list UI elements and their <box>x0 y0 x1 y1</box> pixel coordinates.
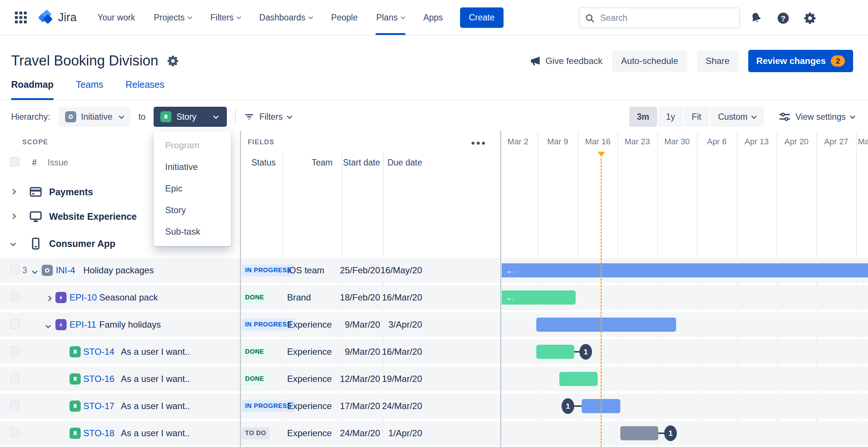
settings-gear-icon[interactable] <box>803 12 817 26</box>
start-date-column-header[interactable]: Start date <box>341 158 380 168</box>
nav-item-plans[interactable]: Plans <box>376 0 405 35</box>
row-checkbox[interactable] <box>10 346 20 356</box>
nav-item-filters[interactable]: Filters <box>210 0 241 35</box>
more-options-icon[interactable] <box>472 142 485 145</box>
notifications-bell-icon[interactable] <box>750 12 762 26</box>
status-column-header[interactable]: Status <box>251 158 276 168</box>
row-checkbox[interactable] <box>10 373 20 383</box>
issue-key-link[interactable]: EPI-11 <box>70 312 96 337</box>
tab-releases[interactable]: Releases <box>126 79 164 100</box>
issue-summary[interactable]: Seasonal pack <box>99 285 158 310</box>
fields-timeline-divider[interactable] <box>500 131 501 447</box>
row-checkbox[interactable] <box>10 428 20 437</box>
issue-row-epi10[interactable]: EPI-10 Seasonal pack DONE Brand 18/Feb/2… <box>0 285 868 310</box>
dependency-badge[interactable]: 1 <box>579 344 592 360</box>
auto-schedule-button[interactable]: Auto-schedule <box>612 50 687 72</box>
scope-fields-divider[interactable] <box>240 131 241 447</box>
chevron-down-icon[interactable] <box>45 323 51 329</box>
zoom-3m-button[interactable]: 3m <box>629 107 657 127</box>
review-changes-button[interactable]: Review changes 2 <box>748 50 853 72</box>
row-checkbox[interactable] <box>10 401 20 410</box>
due-date-cell[interactable]: 24/Mar/20 <box>366 394 422 418</box>
issue-summary[interactable]: As a user I want.. <box>121 340 190 364</box>
issue-row-ini4[interactable]: 3 INI-4 Holiday packages IN PROGRESS iOS… <box>0 258 868 283</box>
issue-summary[interactable]: As a user I want.. <box>121 394 190 418</box>
row-checkbox[interactable] <box>10 319 20 329</box>
issue-key-link[interactable]: STO-17 <box>83 394 115 418</box>
issue-summary[interactable]: Holiday packages <box>83 258 154 283</box>
nav-item-people[interactable]: People <box>331 0 358 35</box>
team-cell[interactable]: iOS team <box>287 258 324 283</box>
issue-row-sto14[interactable]: STO-14 As a user I want.. DONE Experienc… <box>0 340 868 364</box>
share-button[interactable]: Share <box>697 50 739 72</box>
chevron-down-icon[interactable] <box>32 268 38 274</box>
issue-row-epi11[interactable]: EPI-11 Family holidays IN PROGRESS Exper… <box>0 312 868 337</box>
issue-summary[interactable]: As a user I want.. <box>121 367 190 391</box>
row-checkbox[interactable] <box>10 265 20 274</box>
issue-key-link[interactable]: EPI-10 <box>70 285 97 310</box>
give-feedback-button[interactable]: Give feedback <box>530 55 602 67</box>
jira-logo[interactable]: Jira <box>38 9 77 26</box>
issue-key-link[interactable]: STO-16 <box>83 367 115 391</box>
chevron-down-icon <box>850 113 856 119</box>
dropdown-item-program[interactable]: Program <box>154 135 231 156</box>
dependency-badge[interactable]: 1 <box>664 425 677 441</box>
gantt-bar-epi11[interactable] <box>536 318 676 332</box>
filters-dropdown[interactable]: Filters <box>244 112 292 122</box>
hierarchy-from-dropdown[interactable]: Initiative <box>58 107 130 127</box>
help-icon[interactable]: ? <box>777 12 790 26</box>
team-column-header[interactable]: Team <box>312 158 332 168</box>
due-date-cell[interactable]: 16/May/20 <box>366 258 422 283</box>
gantt-bar-ini4[interactable]: ← <box>502 263 868 277</box>
zoom-custom-dropdown[interactable]: Custom <box>710 107 764 127</box>
chevron-right-icon[interactable] <box>46 296 52 302</box>
zoom-fit-button[interactable]: Fit <box>684 107 709 127</box>
issue-key-link[interactable]: STO-18 <box>83 421 115 446</box>
chevron-down-icon[interactable] <box>10 241 16 247</box>
due-date-cell[interactable]: 16/Mar/20 <box>366 285 422 310</box>
team-cell[interactable]: Brand <box>287 285 311 310</box>
dropdown-item-initiative[interactable]: Initiative <box>154 156 231 178</box>
app-switcher-icon[interactable] <box>15 12 27 23</box>
issue-row-sto18[interactable]: STO-18 As a user I want.. TO DO Experien… <box>0 421 868 446</box>
gantt-bar-sto16[interactable] <box>559 372 598 386</box>
gantt-bar-epi10[interactable]: ← <box>502 290 576 305</box>
chevron-right-icon[interactable] <box>10 189 16 195</box>
due-date-column-header[interactable]: Due date <box>384 158 422 168</box>
due-date-cell[interactable]: 19/Mar/20 <box>366 367 422 391</box>
chevron-down-icon <box>188 15 193 19</box>
dropdown-item-story[interactable]: Story <box>154 199 231 221</box>
monitor-icon <box>29 210 42 223</box>
due-date-cell[interactable]: 3/Apr/20 <box>366 312 422 337</box>
nav-item-dashboards[interactable]: Dashboards <box>259 0 312 35</box>
issue-key-link[interactable]: STO-14 <box>83 340 115 364</box>
tab-roadmap[interactable]: Roadmap <box>11 79 54 100</box>
chevron-right-icon[interactable] <box>10 213 16 219</box>
nav-item-your-work[interactable]: Your work <box>97 0 135 35</box>
gantt-bar-sto18[interactable] <box>620 426 658 440</box>
due-date-cell[interactable]: 1/Apr/20 <box>366 421 422 446</box>
filter-funnel-icon <box>244 112 254 122</box>
nav-item-apps[interactable]: Apps <box>423 0 443 35</box>
zoom-1y-button[interactable]: 1y <box>658 107 683 127</box>
select-all-checkbox[interactable] <box>10 157 20 167</box>
view-settings-dropdown[interactable]: View settings <box>779 111 855 123</box>
row-checkbox[interactable] <box>10 292 20 302</box>
nav-item-projects[interactable]: Projects <box>154 0 192 35</box>
today-marker-icon[interactable] <box>598 152 605 157</box>
due-date-cell[interactable]: 16/Mar/20 <box>366 340 422 364</box>
plan-settings-gear-icon[interactable] <box>167 55 179 67</box>
hierarchy-to-dropdown[interactable]: Story <box>154 107 227 127</box>
issue-row-sto17[interactable]: STO-17 As a user I want.. IN PROGRESS Ex… <box>0 394 868 418</box>
create-button[interactable]: Create <box>460 7 504 28</box>
issue-row-sto16[interactable]: STO-16 As a user I want.. DONE Experienc… <box>0 367 868 391</box>
gantt-bar-sto14[interactable] <box>536 345 574 359</box>
dropdown-item-epic[interactable]: Epic <box>154 178 231 199</box>
issue-key-link[interactable]: INI-4 <box>56 258 75 283</box>
search-input[interactable] <box>579 7 740 28</box>
dropdown-item-subtask[interactable]: Sub-task <box>154 221 231 242</box>
issue-summary[interactable]: As a user I want.. <box>121 421 190 446</box>
dependency-badge[interactable]: 1 <box>562 398 574 414</box>
issue-summary[interactable]: Family holidays <box>99 312 161 337</box>
tab-teams[interactable]: Teams <box>76 79 103 100</box>
